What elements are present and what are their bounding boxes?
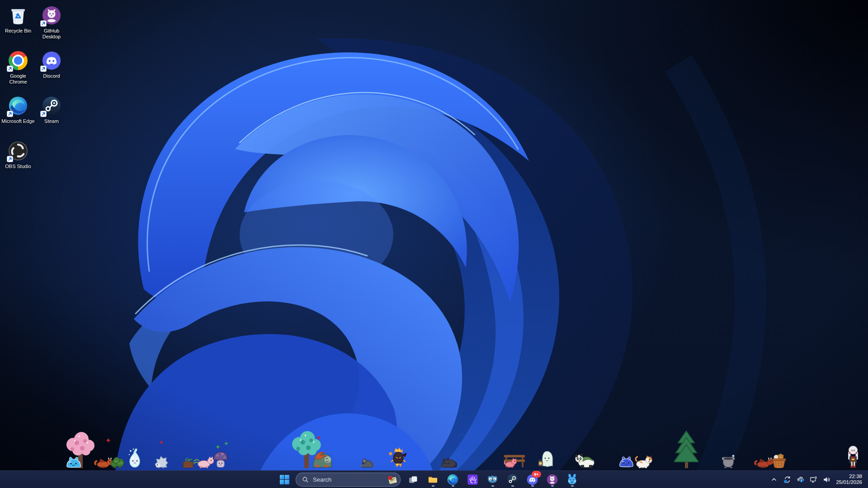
windows-bloom-wallpaper	[0, 0, 868, 488]
task-view-icon	[407, 474, 419, 486]
notification-badge: 9+	[532, 471, 541, 478]
desktop-icon-discord[interactable]: Discord	[34, 50, 69, 79]
desktop-icon-microsoft-edge[interactable]: Microsoft Edge	[1, 95, 35, 124]
shortcut-arrow-icon	[40, 111, 47, 117]
running-indicator-dot	[571, 485, 574, 487]
file-explorer-icon	[427, 474, 439, 486]
github-desktop-icon	[546, 474, 558, 486]
desktop-icon-label: Microsoft Edge	[1, 118, 34, 124]
shortcut-arrow-icon	[7, 66, 13, 72]
taskbar-steam-button[interactable]	[503, 472, 522, 487]
desktop-icon-recycle-bin[interactable]: Recycle Bin	[1, 5, 35, 34]
tray-icons	[768, 473, 832, 486]
desktop-icon-label: Steam	[44, 118, 59, 124]
start-button[interactable]	[275, 472, 294, 487]
tray-volume-button[interactable]	[821, 473, 832, 486]
tray-cloud-info-button[interactable]	[794, 473, 806, 486]
taskbar-godot-engine-button[interactable]	[483, 472, 502, 487]
clock-time: 22:38	[836, 474, 862, 480]
running-indicator-dot	[511, 485, 514, 487]
tray-ethernet-network-button[interactable]	[807, 473, 819, 486]
desktop-icon-label: Google Chrome	[1, 73, 35, 84]
cloud-info-icon	[796, 475, 805, 484]
microsoft-edge-icon	[7, 95, 29, 117]
github-desktop-icon	[41, 5, 62, 26]
google-chrome-icon	[7, 50, 29, 71]
desktop-icon-label: Recycle Bin	[5, 28, 31, 34]
godot-engine-icon	[486, 474, 499, 486]
tray-hidden-icons-chevron-button[interactable]	[768, 473, 780, 486]
sync-status-icon	[783, 475, 792, 484]
hidden-icons-chevron-icon	[770, 476, 778, 483]
search-box[interactable]: Search	[296, 473, 401, 487]
clock-date: 25/01/2026	[836, 479, 862, 486]
obs-studio-icon	[7, 140, 29, 162]
taskbar-microsoft-edge-button[interactable]	[443, 472, 462, 487]
desktop-icon-obs-studio[interactable]: OBS Studio	[1, 140, 35, 169]
tray-sync-status-button[interactable]	[781, 473, 793, 486]
steam-icon	[506, 474, 519, 486]
shortcut-arrow-icon	[7, 111, 13, 117]
desktop-icon-google-chrome[interactable]: Google Chrome	[1, 50, 35, 84]
search-highlight-rose-icon[interactable]	[386, 474, 398, 485]
taskbar-purple-hand-app-button[interactable]	[463, 472, 482, 487]
system-tray: 22:38 25/01/2026	[768, 471, 868, 488]
purple-hand-app-icon	[467, 474, 479, 486]
steam-icon	[41, 95, 62, 117]
shortcut-arrow-icon	[7, 156, 13, 162]
taskbar-file-explorer-button[interactable]	[424, 472, 442, 487]
blue-bunny-app-icon	[566, 474, 578, 486]
running-indicator-dot	[531, 485, 534, 487]
taskbar-task-view-button[interactable]	[404, 472, 422, 487]
taskbar-github-desktop-button[interactable]	[543, 472, 561, 487]
desktop-icon-github-desktop[interactable]: GitHub Desktop	[34, 5, 69, 39]
taskbar-center-group: Search 9+	[275, 471, 581, 488]
running-indicator-dot	[432, 485, 434, 487]
running-indicator-dot	[491, 485, 494, 487]
taskbar-blue-bunny-app-button[interactable]	[563, 472, 581, 487]
volume-icon	[822, 475, 831, 484]
search-placeholder: Search	[313, 476, 382, 483]
running-indicator-dot	[551, 485, 554, 487]
recycle-bin-icon	[7, 5, 29, 26]
microsoft-edge-icon	[447, 474, 459, 486]
pinned-apps: 9+	[404, 472, 581, 487]
desktop: Recycle BinGoogle ChromeMicrosoft EdgeOB…	[0, 0, 868, 488]
desktop-icon-label: Discord	[43, 73, 60, 79]
desktop-icon-label: OBS Studio	[5, 164, 31, 169]
shortcut-arrow-icon	[40, 20, 47, 27]
running-indicator-dot	[452, 485, 454, 487]
taskbar-clock[interactable]: 22:38 25/01/2026	[836, 474, 862, 486]
taskbar-discord-button[interactable]: 9+	[523, 472, 542, 487]
shortcut-arrow-icon	[40, 66, 47, 72]
ethernet-network-icon	[809, 475, 818, 484]
desktop-icon-label: GitHub Desktop	[34, 28, 69, 39]
search-icon	[302, 476, 309, 483]
desktop-icon-steam[interactable]: Steam	[34, 95, 69, 124]
discord-icon	[41, 50, 62, 71]
taskbar: Search 9+ 22:38 25/01/2026	[0, 470, 868, 488]
